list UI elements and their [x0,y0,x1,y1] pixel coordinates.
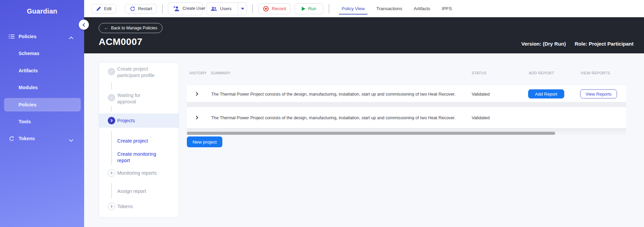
create-user-label: Create User [182,6,198,11]
sidebar-item-label: Modules [19,85,38,90]
back-arrow-icon: ← [104,26,108,30]
step-create-monitoring-report-link[interactable]: Create monitoring report [117,151,159,164]
policy-title: ACM0007 [99,36,143,47]
sidebar-item-tools[interactable]: Tools [0,115,84,128]
tab-ipfs[interactable]: IPFS [436,0,457,17]
record-icon [263,6,269,12]
restart-label: Restart [138,6,152,11]
list-icon [8,33,15,40]
horizontal-scrollbar[interactable] [187,132,626,135]
tab-policy-view[interactable]: Policy View [336,0,371,17]
step-waiting-approval[interactable]: Waiting for approval [117,92,149,105]
sidebar-item-policies-parent[interactable]: Policies [0,30,84,43]
play-icon [302,7,305,11]
step-monitoring-reports[interactable]: Monitoring reports [117,170,157,176]
step-create-project-link[interactable]: Create project [117,138,148,144]
table-row: The Thermal Power Project consists of th… [187,85,626,102]
sidebar: Guardian Policies Schemas Artifacts Modu… [0,0,84,227]
horizontal-scrollbar-thumb[interactable] [187,132,555,135]
toolbar-divider [252,4,253,14]
token-icon [8,135,15,142]
table-row: The Thermal Power Project consists of th… [187,107,626,128]
project-summary: The Thermal Power Project consists of th… [211,91,455,96]
chevron-right-icon [108,203,115,210]
users-split-button[interactable]: Users [206,2,247,15]
app-logo: Guardian [0,7,84,15]
tab-label: Policy View [342,6,365,11]
chevron-up-icon [70,36,73,40]
users-button-main[interactable]: Users [207,3,235,15]
projects-table: HISTORY SUMMARY STATUS ADD REPORT VIEW R… [187,53,626,155]
expand-row-icon[interactable] [194,116,198,119]
status-badge: Validated [472,115,490,120]
project-summary: The Thermal Power Project consists of th… [211,115,455,120]
step-assign-report[interactable]: Assign report [117,188,146,195]
column-header-summary: SUMMARY [211,71,230,75]
back-to-manage-policies-button[interactable]: ← Back to Manage Policies [99,23,163,33]
sidebar-item-modules[interactable]: Modules [0,81,84,94]
run-button[interactable]: Run [295,3,323,14]
policy-header: ← Back to Manage Policies ACM0007 Versio… [84,17,644,53]
chevron-left-icon [82,23,86,27]
collapse-sidebar-button[interactable] [79,20,89,30]
chevron-right-icon [108,117,115,124]
policy-stepper: ✓ Create project participant profile ✓ W… [99,62,179,218]
users-label: Users [220,6,231,11]
sidebar-item-artifacts[interactable]: Artifacts [0,64,84,77]
sidebar-item-tokens[interactable]: Tokens [0,132,84,145]
run-label: Run [308,6,316,11]
guardian-app: Guardian Policies Schemas Artifacts Modu… [0,0,644,227]
policy-meta: Version: (Dry Run) Role: Project Partici… [521,41,634,47]
step-tokens[interactable]: Tokens [117,203,133,210]
users-icon [210,6,217,11]
restart-icon [130,6,135,11]
sidebar-item-label: Artifacts [19,68,38,73]
edit-button[interactable]: Edit [91,4,116,14]
users-dropdown-toggle[interactable] [238,3,247,15]
column-header-status: STATUS [472,71,487,75]
create-user-button[interactable]: Create User [168,2,203,15]
active-tab-underline [339,14,368,15]
step-projects[interactable]: Projects [117,118,135,124]
step-connector [111,82,112,90]
step-connector [111,131,112,165]
table-rows-panel: The Thermal Power Project consists of th… [187,85,626,135]
sidebar-item-policies[interactable]: Policies [0,98,84,111]
column-header-view-reports: VIEW REPORTS [580,71,610,75]
sidebar-item-label: Tokens [19,136,35,141]
tab-transactions[interactable]: Transactions [371,0,408,17]
column-header-add-report: ADD REPORT [529,71,554,75]
tab-label: Artifacts [414,6,430,11]
policy-version: Version: (Dry Run) [521,41,566,47]
main-area: Edit Restart Create User [84,0,644,227]
step-connector [111,183,112,199]
new-project-button[interactable]: New project [187,136,222,147]
back-label: Back to Manage Policies [111,26,157,30]
step-check-icon: ✓ [108,94,115,101]
sidebar-item-label: Policies [19,34,36,39]
edit-label: Edit [104,6,112,11]
dropdown-caret-icon [241,8,244,10]
view-tabs: Policy View Transactions Artifacts IPFS [336,0,457,17]
chevron-down-icon [70,138,73,142]
sidebar-item-schemas[interactable]: Schemas [0,47,84,60]
status-badge: Validated [472,91,490,96]
step-connector [111,106,112,111]
step-create-profile[interactable]: Create project participant profile [117,66,161,79]
sidebar-item-label: Tools [19,119,31,124]
step-check-icon: ✓ [108,68,115,75]
restart-button[interactable]: Restart [125,4,157,14]
tab-artifacts[interactable]: Artifacts [408,0,436,17]
chevron-right-icon [108,169,115,177]
view-reports-button[interactable]: View Reports [580,89,617,98]
person-add-icon [173,6,180,11]
expand-row-icon[interactable] [194,92,198,96]
record-button[interactable]: Record [258,3,291,14]
column-header-history: HISTORY [190,71,207,75]
sidebar-item-label: Schemas [19,51,39,56]
toolbar-divider [162,4,163,14]
tab-label: Transactions [376,6,402,11]
tab-label: IPFS [442,6,452,11]
add-report-button[interactable]: Add Report [528,89,564,98]
record-label: Record [272,6,286,11]
